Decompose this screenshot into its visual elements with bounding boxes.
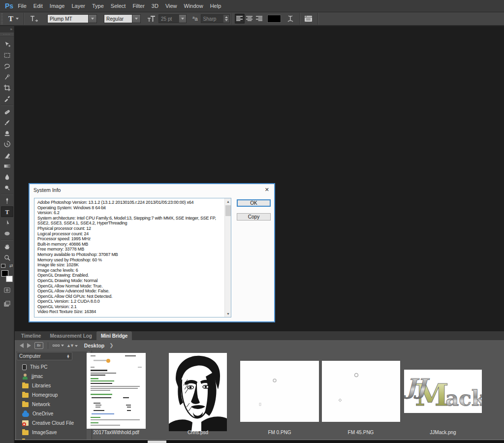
anti-alias-select[interactable]: Sharp bbox=[201, 14, 230, 23]
magic-wand-tool[interactable] bbox=[1, 71, 13, 82]
screen-mode-button[interactable] bbox=[1, 298, 13, 309]
eraser-tool[interactable] bbox=[1, 150, 13, 160]
mini-bridge-sidebar: Computer ▲▼ This PCjjmacLibrariesHomegro… bbox=[16, 351, 87, 440]
font-family-select[interactable]: Plump MT bbox=[47, 14, 97, 23]
ok-button[interactable]: OK bbox=[237, 199, 271, 207]
system-info-line: Physical processor count: 12 bbox=[37, 226, 223, 231]
location-select[interactable]: Computer ▲▼ bbox=[17, 352, 72, 360]
hand-tool[interactable] bbox=[1, 241, 13, 252]
text-color-swatch[interactable] bbox=[267, 15, 281, 23]
menu-item-3d[interactable]: 3D bbox=[148, 0, 162, 12]
tab-mini-bridge[interactable]: Mini Bridge bbox=[96, 331, 132, 340]
menu-item-help[interactable]: Help bbox=[207, 0, 225, 12]
menu-item-image[interactable]: Image bbox=[46, 0, 68, 12]
thumbnail-chris-psd[interactable] bbox=[169, 353, 227, 431]
sidebar-item-label: Libraries bbox=[32, 383, 51, 388]
healing-brush-tool[interactable] bbox=[1, 106, 13, 117]
scroll-down-icon[interactable]: ▼ bbox=[225, 311, 231, 317]
close-icon[interactable]: ✕ bbox=[265, 187, 269, 193]
sidebar-item-onedrive[interactable]: OneDrive bbox=[16, 409, 80, 418]
thumbnail-2017taxwithhold-pdf[interactable] bbox=[87, 353, 146, 429]
breadcrumb[interactable]: Desktop bbox=[84, 343, 104, 348]
scrollbar-thumb[interactable] bbox=[225, 205, 231, 216]
system-info-line: Adobe Photoshop Version: 13.1.2 (13.1.2 … bbox=[37, 200, 223, 205]
gradient-tool[interactable] bbox=[1, 160, 13, 171]
font-style-select[interactable]: Regular bbox=[104, 14, 141, 23]
dodge-tool[interactable] bbox=[1, 182, 13, 193]
history-brush-tool[interactable] bbox=[1, 139, 13, 150]
font-size-dropdown-button[interactable] bbox=[179, 15, 186, 23]
quick-mask-button[interactable] bbox=[1, 285, 13, 295]
menu-item-select[interactable]: Select bbox=[107, 0, 129, 12]
back-icon[interactable] bbox=[20, 343, 24, 348]
thumbnail-fm-0-png[interactable] bbox=[240, 361, 319, 422]
anti-alias-spinner[interactable] bbox=[223, 15, 229, 23]
align-center-button[interactable] bbox=[245, 14, 254, 24]
menu-item-type[interactable]: Type bbox=[89, 0, 107, 12]
menu-bar: Ps FileEditImageLayerTypeSelectFilter3DV… bbox=[0, 0, 504, 12]
thumbnail-jjmack-png[interactable]: MJJack bbox=[404, 370, 482, 413]
menu-item-layer[interactable]: Layer bbox=[68, 0, 89, 12]
brush-tool[interactable] bbox=[1, 117, 13, 128]
background-color-swatch[interactable] bbox=[6, 276, 13, 282]
sort-icon[interactable]: ▲▼ bbox=[66, 343, 78, 348]
path-selection-tool[interactable] bbox=[1, 217, 13, 228]
tab-measurement-log[interactable]: Measurement Log bbox=[45, 331, 96, 340]
font-size-select[interactable]: 25 pt bbox=[158, 14, 187, 23]
folder-icon bbox=[22, 402, 29, 407]
sidebar-item-homegroup[interactable]: Homegroup bbox=[16, 390, 80, 400]
panels-icon[interactable] bbox=[304, 15, 313, 23]
bridge-button[interactable]: Br bbox=[34, 342, 43, 349]
menu-item-filter[interactable]: Filter bbox=[129, 0, 148, 12]
system-info-line: System architecture: Intel CPU Family:6,… bbox=[37, 216, 223, 221]
blur-tool[interactable] bbox=[1, 171, 13, 182]
menu-item-window[interactable]: Window bbox=[181, 0, 207, 12]
sidebar-item-jjmac[interactable]: jjmac bbox=[16, 372, 80, 381]
forward-icon[interactable] bbox=[27, 343, 31, 348]
sidebar-item-this-pc[interactable]: This PC bbox=[16, 362, 80, 372]
align-left-button[interactable] bbox=[235, 14, 245, 24]
pc-icon bbox=[22, 364, 27, 370]
hscroll-thumb[interactable] bbox=[148, 441, 166, 443]
tool-separator bbox=[1, 240, 13, 240]
warp-text-icon[interactable] bbox=[286, 15, 295, 23]
type-tool-preset-button[interactable]: T bbox=[6, 14, 21, 24]
crop-tool[interactable] bbox=[1, 82, 13, 93]
zoom-tool[interactable] bbox=[1, 252, 13, 263]
sidebar-item-network[interactable]: Network bbox=[16, 400, 80, 409]
system-info-line: Video Rect Texture Size: 16384 bbox=[37, 309, 223, 315]
system-info-text[interactable]: Adobe Photoshop Version: 13.1.2 (13.1.2 … bbox=[34, 198, 231, 317]
folder-icon bbox=[22, 393, 29, 398]
svg-text:JJ: JJ bbox=[404, 374, 430, 399]
view-layout-icon[interactable] bbox=[53, 345, 64, 347]
font-family-dropdown-button[interactable] bbox=[88, 15, 96, 23]
tab-timeline[interactable]: Timeline bbox=[17, 331, 45, 340]
dialog-scrollbar[interactable]: ▲ ▼ bbox=[224, 198, 231, 317]
sidebar-item-imagesave[interactable]: ImageSave bbox=[16, 428, 80, 437]
scroll-up-icon[interactable]: ▲ bbox=[225, 198, 231, 205]
text-orientation-icon[interactable] bbox=[30, 15, 38, 23]
type-tool[interactable]: T bbox=[1, 206, 13, 217]
collapse-panel-icon[interactable]: » bbox=[0, 26, 14, 32]
sidebar-item-libraries[interactable]: Libraries bbox=[16, 381, 80, 390]
lasso-tool[interactable] bbox=[1, 61, 13, 71]
user-icon bbox=[22, 374, 28, 380]
clone-stamp-tool[interactable] bbox=[1, 128, 13, 139]
align-right-button[interactable] bbox=[254, 14, 264, 24]
horizontal-scrollbar[interactable] bbox=[15, 440, 504, 443]
swap-colors-icon[interactable]: ⇄ bbox=[9, 263, 13, 268]
mini-swatches-icon[interactable] bbox=[1, 264, 5, 268]
pen-tool[interactable] bbox=[1, 195, 13, 206]
thumbnail-fm-45-png[interactable] bbox=[322, 361, 400, 422]
ellipse-tool[interactable] bbox=[1, 228, 13, 239]
eyedropper-tool[interactable] bbox=[1, 93, 13, 104]
menu-item-file[interactable]: File bbox=[14, 0, 30, 12]
copy-button[interactable]: Copy bbox=[237, 213, 271, 221]
menu-item-edit[interactable]: Edit bbox=[30, 0, 46, 12]
font-style-dropdown-button[interactable] bbox=[132, 15, 140, 23]
move-tool[interactable] bbox=[1, 39, 13, 50]
tool-separator bbox=[1, 194, 13, 194]
marquee-tool[interactable] bbox=[1, 50, 13, 61]
menu-item-view[interactable]: View bbox=[162, 0, 181, 12]
sidebar-item-creative-cloud-file[interactable]: Creative Cloud File bbox=[16, 418, 80, 428]
